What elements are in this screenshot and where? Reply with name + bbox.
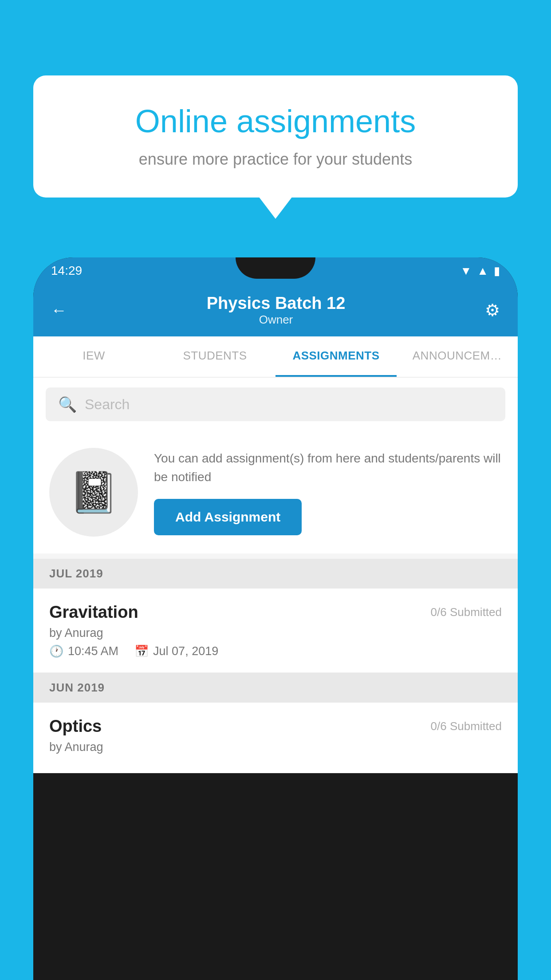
assignment-name: Gravitation [49,603,138,622]
assignment-name-optics: Optics [49,717,102,736]
section-header-jul: JUL 2019 [33,559,518,589]
tab-overview[interactable]: IEW [33,336,154,377]
assignment-submitted-optics: 0/6 Submitted [431,719,502,733]
tab-assignments[interactable]: ASSIGNMENTS [276,336,397,377]
tab-announcements[interactable]: ANNOUNCEM… [397,336,518,377]
header-center: Physics Batch 12 Owner [207,294,346,327]
assignment-by-optics: by Anurag [49,740,502,754]
phone-frame: 14:29 ▼ ▲ ▮ ← Physics Batch 12 Owner ⚙ I… [33,257,518,980]
promo-icon-circle: 📓 [49,448,138,537]
search-placeholder: Search [85,396,130,413]
batch-title: Physics Batch 12 [207,294,346,313]
app-header: ← Physics Batch 12 Owner ⚙ [33,284,518,336]
speech-bubble: Online assignments ensure more practice … [33,75,518,198]
assignment-date: Jul 07, 2019 [153,644,218,658]
speech-bubble-container: Online assignments ensure more practice … [33,75,518,198]
search-container: 🔍 Search [33,378,518,431]
speech-bubble-title: Online assignments [64,102,487,140]
assignment-header-optics: Optics 0/6 Submitted [49,717,502,736]
assignment-gravitation[interactable]: Gravitation 0/6 Submitted by Anurag 🕐 10… [33,589,518,673]
wifi-icon: ▼ [460,264,472,278]
assignment-submitted: 0/6 Submitted [431,605,502,619]
assignment-meta: 🕐 10:45 AM 📅 Jul 07, 2019 [49,644,502,658]
assignment-by: by Anurag [49,626,502,640]
calendar-icon: 📅 [134,644,149,658]
back-button[interactable]: ← [51,301,67,320]
search-icon: 🔍 [58,395,77,413]
search-bar[interactable]: 🔍 Search [46,387,505,421]
promo-text-area: You can add assignment(s) from here and … [154,449,502,535]
speech-bubble-subtitle: ensure more practice for your students [64,150,487,169]
phone-content: 🔍 Search 📓 You can add assignment(s) fro… [33,378,518,773]
assignment-header: Gravitation 0/6 Submitted [49,603,502,622]
tabs-container: IEW STUDENTS ASSIGNMENTS ANNOUNCEM… [33,336,518,378]
status-time: 14:29 [51,264,82,278]
assignment-optics[interactable]: Optics 0/6 Submitted by Anurag [33,703,518,773]
assignment-time: 10:45 AM [68,644,118,658]
signal-icon: ▲ [477,264,488,278]
meta-date: 📅 Jul 07, 2019 [134,644,218,658]
tab-students[interactable]: STUDENTS [154,336,276,377]
status-icons: ▼ ▲ ▮ [460,264,500,278]
section-header-jun: JUN 2019 [33,673,518,703]
promo-description: You can add assignment(s) from here and … [154,449,502,486]
owner-label: Owner [207,313,346,327]
meta-time: 🕐 10:45 AM [49,644,118,658]
notch [236,257,315,279]
promo-section: 📓 You can add assignment(s) from here an… [33,431,518,553]
add-assignment-button[interactable]: Add Assignment [154,499,302,535]
battery-icon: ▮ [494,264,500,278]
status-bar: 14:29 ▼ ▲ ▮ [33,257,518,284]
clock-icon: 🕐 [49,644,63,658]
settings-icon[interactable]: ⚙ [485,300,500,320]
notebook-icon: 📓 [69,469,118,516]
